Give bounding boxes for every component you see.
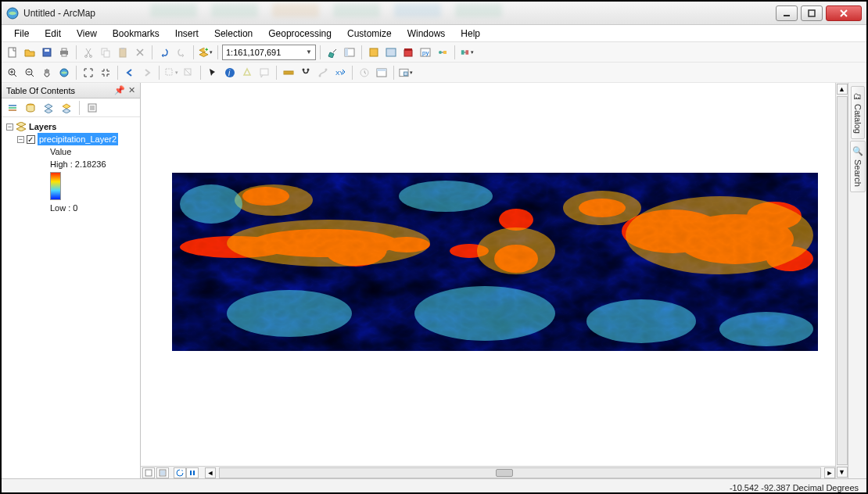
collapse-icon[interactable]: − — [6, 123, 13, 131]
hscroll-thumb[interactable] — [496, 469, 513, 477]
svg-rect-3 — [9, 48, 16, 57]
vscroll-down[interactable]: ▼ — [837, 467, 848, 478]
menu-help[interactable]: Help — [453, 27, 488, 41]
close-button[interactable] — [826, 5, 862, 21]
search-tab[interactable]: 🔍Search — [850, 141, 866, 192]
catalog-tab[interactable]: 🗂Catalog — [851, 86, 865, 139]
data-view-tab[interactable] — [142, 467, 155, 478]
hyperlink-button[interactable] — [239, 65, 255, 81]
scale-combo[interactable]: 1:161,107,691▼ — [222, 45, 316, 60]
tools-toolbar: ▾ i XY ▾ — [2, 63, 866, 83]
copy-button[interactable] — [98, 45, 113, 60]
editor-toolbar-button[interactable] — [325, 45, 340, 60]
window-buttons — [773, 5, 862, 21]
html-popup-button[interactable] — [256, 65, 272, 81]
menu-file[interactable]: File — [6, 27, 37, 41]
arctoolbox-button[interactable] — [400, 45, 416, 60]
coordinates-readout: -10.542 -92.387 Decimal Degrees — [730, 483, 859, 492]
select-elements-button[interactable] — [205, 65, 221, 81]
svg-rect-14 — [121, 48, 124, 49]
new-button[interactable] — [5, 45, 20, 60]
menu-view[interactable]: View — [69, 27, 105, 41]
measure-button[interactable] — [281, 65, 296, 81]
svg-rect-47 — [9, 105, 16, 106]
vscroll-up[interactable]: ▲ — [837, 84, 848, 95]
time-slider-button[interactable] — [357, 65, 372, 81]
toc-tree[interactable]: − Layers − precipitation_Layer2 Value Hi… — [2, 117, 140, 478]
save-button[interactable] — [39, 45, 55, 60]
paste-button[interactable] — [115, 45, 131, 60]
list-by-visibility-button[interactable] — [41, 100, 56, 116]
map-view[interactable]: ◄ ► — [141, 83, 835, 478]
print-button[interactable] — [56, 45, 72, 60]
catalog-button[interactable] — [366, 45, 382, 60]
hscroll-right[interactable]: ► — [824, 467, 835, 478]
menu-edit[interactable]: Edit — [37, 27, 69, 41]
python-button[interactable]: py — [418, 45, 433, 60]
open-button[interactable] — [22, 45, 38, 60]
pan-button[interactable] — [39, 65, 55, 81]
list-by-selection-button[interactable] — [59, 100, 74, 116]
separator — [152, 45, 152, 59]
menu-bookmarks[interactable]: Bookmarks — [105, 27, 167, 41]
pin-icon[interactable]: 📌 — [114, 85, 125, 95]
fixed-zoom-out-button[interactable] — [98, 65, 113, 81]
svg-text:XY: XY — [335, 70, 344, 77]
status-bar: -10.542 -92.387 Decimal Degrees — [2, 478, 866, 494]
menu-customize[interactable]: Customize — [339, 27, 400, 41]
cut-button[interactable] — [81, 45, 96, 60]
goto-xy-button[interactable]: XY — [332, 65, 348, 81]
search-window-button[interactable] — [383, 45, 399, 60]
modelbuilder-button[interactable] — [435, 45, 450, 60]
layer-visibility-checkbox[interactable] — [27, 135, 35, 144]
back-button[interactable] — [122, 65, 138, 81]
zoom-out-button[interactable] — [22, 65, 38, 81]
toc-title: Table Of Contents — [6, 86, 75, 95]
svg-rect-35 — [260, 69, 268, 75]
menu-geoprocessing[interactable]: Geoprocessing — [260, 27, 339, 41]
find-route-button[interactable] — [315, 65, 331, 81]
collapse-icon[interactable]: − — [17, 136, 24, 143]
tree-layer-row[interactable]: − precipitation_Layer2 — [6, 133, 135, 145]
pause-drawing-button[interactable] — [186, 467, 199, 478]
horizontal-scrollbar[interactable] — [219, 467, 821, 478]
vertical-scrollbar[interactable]: ▲ ▼ — [835, 83, 848, 478]
svg-rect-20 — [404, 50, 412, 56]
toc-options-button[interactable] — [84, 100, 100, 116]
layers-root-label: Layers — [29, 120, 56, 133]
tree-root-row[interactable]: − Layers — [6, 120, 135, 133]
toc-button[interactable] — [342, 45, 357, 60]
refresh-button[interactable] — [174, 467, 186, 478]
separator — [76, 66, 77, 80]
find-button[interactable] — [298, 65, 314, 81]
menu-selection[interactable]: Selection — [206, 27, 260, 41]
maximize-button[interactable] — [801, 5, 823, 21]
clear-selection-button[interactable] — [181, 65, 196, 81]
separator — [79, 101, 80, 115]
forward-button[interactable] — [139, 65, 155, 81]
layer-name-selected[interactable]: precipitation_Layer2 — [38, 133, 118, 145]
legend-value-label: Value — [50, 145, 71, 158]
zoom-in-button[interactable] — [5, 65, 20, 81]
extensions-button[interactable]: ▾ — [459, 45, 475, 60]
svg-rect-26 — [461, 50, 464, 55]
undo-button[interactable] — [156, 45, 172, 60]
minimize-button[interactable] — [776, 5, 798, 21]
fixed-zoom-in-button[interactable] — [81, 65, 96, 81]
menu-windows[interactable]: Windows — [400, 27, 454, 41]
add-data-button[interactable]: ▾ — [198, 45, 213, 60]
redo-button[interactable] — [174, 45, 189, 60]
list-by-source-button[interactable] — [23, 100, 38, 116]
close-icon[interactable]: ✕ — [128, 85, 135, 95]
identify-button[interactable]: i — [222, 65, 238, 81]
vscroll-track[interactable] — [837, 96, 848, 465]
overview-window-button[interactable]: ▾ — [398, 65, 414, 81]
full-extent-button[interactable] — [56, 65, 72, 81]
hscroll-left[interactable]: ◄ — [205, 467, 216, 478]
menu-insert[interactable]: Insert — [167, 27, 206, 41]
select-features-button[interactable]: ▾ — [163, 65, 179, 81]
layout-view-tab[interactable] — [156, 467, 169, 478]
delete-button[interactable] — [132, 45, 148, 60]
viewer-window-button[interactable] — [374, 65, 389, 81]
list-by-drawing-order-button[interactable] — [5, 100, 20, 116]
